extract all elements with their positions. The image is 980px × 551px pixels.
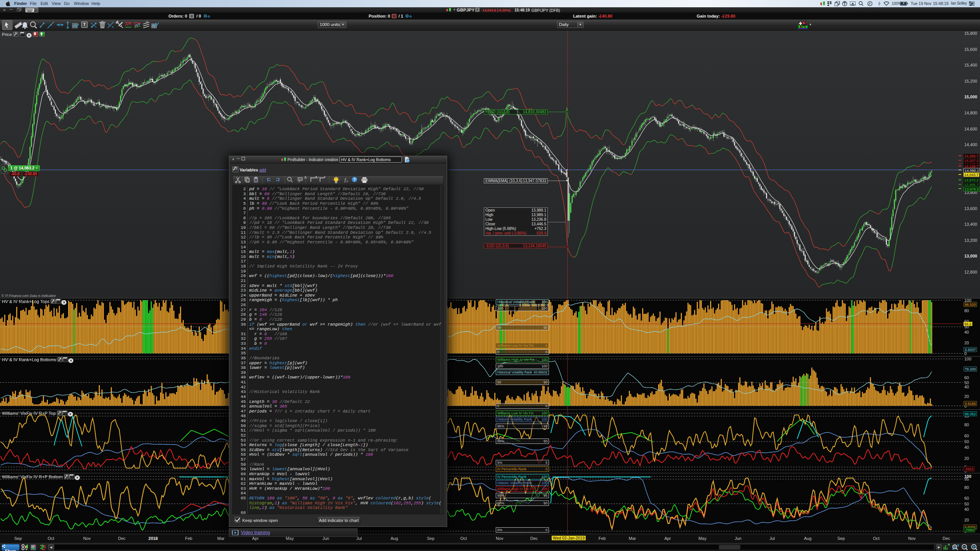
svg-text:T: T — [83, 22, 86, 27]
svg-text:+: + — [318, 176, 320, 179]
svg-text:x: x — [346, 179, 348, 183]
svg-text:-: - — [307, 176, 308, 179]
svg-text:σ: σ — [146, 20, 148, 23]
svg-text:?: ? — [407, 159, 409, 163]
svg-text:?: ? — [353, 178, 356, 182]
